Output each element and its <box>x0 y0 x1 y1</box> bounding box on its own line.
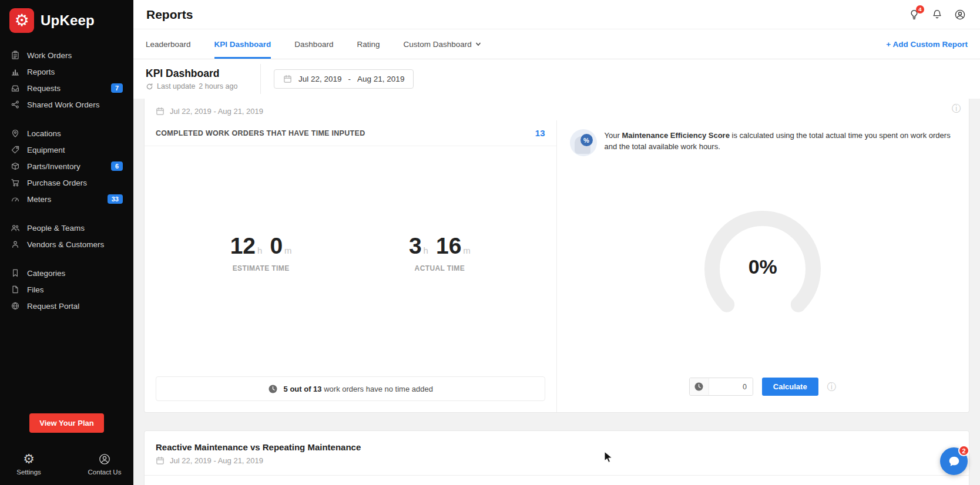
vertical-divider <box>260 64 261 94</box>
tab-dashboard[interactable]: Dashboard <box>294 29 333 59</box>
actual-time-group: 3h16m ACTUAL TIME <box>409 233 471 272</box>
notifications-button[interactable] <box>930 8 944 22</box>
clock-prefix <box>690 378 709 395</box>
main-area: Reports 4 Leaderboard KPI Dashboard Dash… <box>133 0 980 485</box>
estimate-time-group: 12h0m ESTIMATE TIME <box>230 233 292 272</box>
page-title: Reports <box>146 8 193 22</box>
account-icon <box>954 9 966 21</box>
sidebar-item-reports[interactable]: Reports <box>0 63 133 80</box>
map-pin-icon <box>11 129 20 138</box>
card-divider <box>145 475 969 476</box>
estimate-vs-actual-card: ⓘ Jul 22, 2019 - Aug 21, 2019 COMPLETED … <box>144 99 969 413</box>
whats-new-button[interactable]: 4 <box>907 8 921 22</box>
add-custom-report-button[interactable]: + Add Custom Report <box>886 40 968 49</box>
calendar-icon <box>156 107 165 116</box>
people-icon <box>11 223 20 233</box>
work-order-count[interactable]: 13 <box>535 128 545 138</box>
sidebar-item-label: Request Portal <box>27 302 79 311</box>
card-columns: COMPLETED WORK ORDERS THAT HAVE TIME INP… <box>145 120 969 412</box>
view-your-plan-button[interactable]: View Your Plan <box>29 413 103 433</box>
sidebar-item-categories[interactable]: Categories <box>0 265 133 281</box>
dashboard-scroll-area[interactable]: ⓘ Jul 22, 2019 - Aug 21, 2019 COMPLETED … <box>133 99 980 485</box>
contact-person-icon <box>98 453 111 466</box>
time-totals: 12h0m ESTIMATE TIME 3h16m ACTUAL TIME <box>145 146 556 376</box>
actual-time-value: 3h16m <box>409 233 471 259</box>
date-range-end: Aug 21, 2019 <box>357 75 404 83</box>
sidebar-item-purchase-orders[interactable]: Purchase Orders <box>0 174 133 191</box>
calculate-row: Calculate ⓘ <box>557 378 969 412</box>
gear-icon: ⚙ <box>23 453 35 466</box>
inbox-icon <box>11 83 20 93</box>
bell-icon <box>931 9 943 21</box>
cart-icon <box>11 178 20 187</box>
efficiency-score-icon: % <box>570 129 597 156</box>
person-icon <box>11 240 20 249</box>
tab-leaderboard[interactable]: Leaderboard <box>146 29 191 59</box>
sidebar-item-label: Categories <box>27 269 65 278</box>
sidebar-item-label: People & Teams <box>27 224 85 233</box>
sidebar-item-shared-work-orders[interactable]: Shared Work Orders <box>0 96 133 113</box>
upkeep-gear-icon: ⚙ <box>9 8 34 33</box>
last-update-row: Last update 2 hours ago <box>146 82 247 90</box>
tab-kpi-dashboard[interactable]: KPI Dashboard <box>214 29 271 59</box>
sidebar-item-people-teams[interactable]: People & Teams <box>0 220 133 236</box>
sidebar-item-request-portal[interactable]: Request Portal <box>0 298 133 314</box>
notifications-count-badge: 4 <box>916 5 924 14</box>
reports-tabbar: Leaderboard KPI Dashboard Dashboard Rati… <box>133 29 980 59</box>
chat-launcher-button[interactable]: 2 <box>940 447 968 475</box>
globe-icon <box>11 301 20 311</box>
date-range-picker[interactable]: Jul 22, 2019 - Aug 21, 2019 <box>274 69 414 89</box>
card-info-icon[interactable]: ⓘ <box>952 104 961 113</box>
sidebar-item-parts-inventory[interactable]: Parts/Inventory 6 <box>0 158 133 174</box>
efficiency-description-text: Your Maintenance Efficiency Score is cal… <box>605 129 955 153</box>
contact-us-button[interactable]: Contact Us <box>84 453 125 476</box>
sidebar-item-vendors-customers[interactable]: Vendors & Customers <box>0 236 133 252</box>
estimate-time-label: ESTIMATE TIME <box>230 264 292 272</box>
sidebar-item-work-orders[interactable]: Work Orders <box>0 47 133 63</box>
efficiency-description: % Your Maintenance Efficiency Score is c… <box>557 120 969 156</box>
asset-tag-icon <box>11 145 20 154</box>
efficiency-gauge: 0% <box>557 156 969 378</box>
sidebar-item-label: Parts/Inventory <box>27 162 80 171</box>
sidebar-item-equipment[interactable]: Equipment <box>0 142 133 158</box>
available-hours-input[interactable] <box>709 378 753 395</box>
card-date-range: Jul 22, 2019 - Aug 21, 2019 <box>145 455 969 470</box>
nav-group-gap <box>0 113 133 125</box>
tab-rating[interactable]: Rating <box>357 29 380 59</box>
gauge-icon <box>11 194 20 204</box>
upkeep-logo[interactable]: ⚙ UpKeep <box>0 0 133 45</box>
available-hours-input-group <box>689 378 753 396</box>
sidebar-item-label: Vendors & Customers <box>27 240 104 249</box>
note-count: 5 out of 13 <box>284 385 322 393</box>
topbar-icons: 4 <box>907 8 967 22</box>
chat-unread-badge: 2 <box>958 445 969 456</box>
date-range-separator: - <box>348 75 351 83</box>
share-icon <box>11 100 20 109</box>
bookmark-icon <box>11 268 20 278</box>
percent-badge-icon: % <box>580 134 593 146</box>
sidebar-item-files[interactable]: Files <box>0 281 133 298</box>
sidebar-item-label: Shared Work Orders <box>27 100 100 109</box>
reactive-vs-repeating-card: Reactive Maintenance vs Repeating Mainte… <box>144 430 969 485</box>
settings-button[interactable]: ⚙ Settings <box>8 453 49 476</box>
nav-group-gap <box>0 252 133 265</box>
app-window: ⚙ UpKeep Work Orders Reports Requests 7 … <box>0 0 980 485</box>
sidebar-item-label: Work Orders <box>27 51 72 60</box>
refresh-icon[interactable] <box>146 83 153 90</box>
sidebar-item-requests[interactable]: Requests 7 <box>0 80 133 96</box>
topbar: Reports 4 <box>133 0 980 29</box>
bar-chart-icon <box>11 67 20 76</box>
actual-time-label: ACTUAL TIME <box>409 264 471 272</box>
calculate-info-icon[interactable]: ⓘ <box>827 382 837 392</box>
section-title: COMPLETED WORK ORDERS THAT HAVE TIME INP… <box>156 129 365 137</box>
estimate-time-value: 12h0m <box>230 233 292 259</box>
maintenance-efficiency-section: % Your Maintenance Efficiency Score is c… <box>557 120 969 412</box>
requests-badge: 7 <box>111 83 123 93</box>
sidebar-item-label: Equipment <box>27 146 65 154</box>
sidebar-item-locations[interactable]: Locations <box>0 125 133 142</box>
sidebar-item-meters[interactable]: Meters 33 <box>0 191 133 207</box>
calculate-button[interactable]: Calculate <box>762 378 818 396</box>
account-button[interactable] <box>953 8 967 22</box>
tab-custom-dashboard[interactable]: Custom Dashboard <box>403 29 481 59</box>
card-title: Reactive Maintenance vs Repeating Mainte… <box>145 431 969 455</box>
